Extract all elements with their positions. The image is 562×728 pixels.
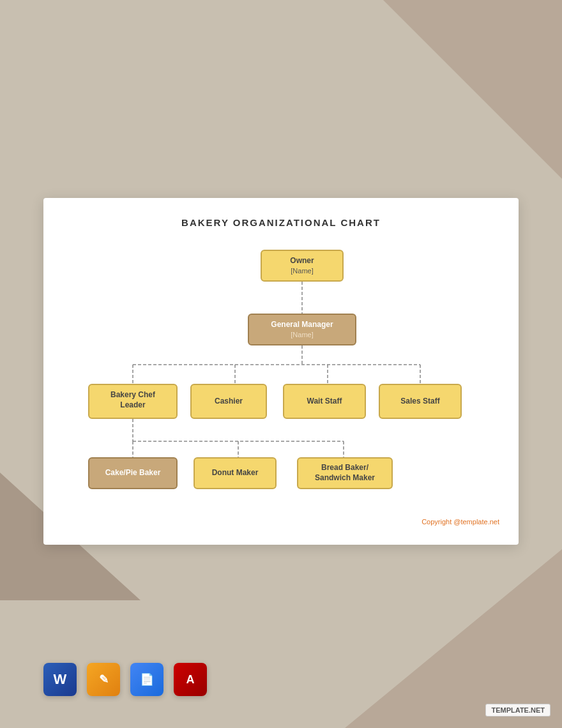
node-bread-baker: Bread Baker/Sandwich Maker	[297, 457, 393, 489]
node-gm-label: General Manager	[255, 320, 349, 330]
main-card: BAKERY ORGANIZATIONAL CHART	[43, 198, 519, 545]
node-donut-maker: Donut Maker	[194, 457, 277, 489]
copyright: Copyright @template.net	[63, 518, 499, 526]
node-cake-baker-label: Cake/Pie Baker	[105, 468, 161, 478]
app-icons-row: W ✎ 📄 A	[43, 663, 207, 696]
copyright-text: Copyright	[422, 518, 453, 526]
docs-icon[interactable]: 📄	[130, 663, 163, 696]
acrobat-icon[interactable]: A	[174, 663, 207, 696]
node-cashier: Cashier	[190, 384, 267, 419]
template-badge-text: TEMPLATE.NET	[491, 706, 545, 714]
docs-icon-label: 📄	[140, 672, 154, 686]
node-owner-sub: [Name]	[268, 266, 336, 275]
word-icon[interactable]: W	[43, 663, 77, 696]
node-owner-label: Owner	[268, 256, 336, 266]
node-general-manager: General Manager [Name]	[248, 314, 356, 345]
chart-title: BAKERY ORGANIZATIONAL CHART	[63, 217, 499, 228]
pages-icon-label: ✎	[99, 672, 109, 686]
node-sales-staff-label: Sales Staff	[400, 397, 439, 407]
node-gm-sub: [Name]	[255, 330, 349, 339]
node-donut-maker-label: Donut Maker	[212, 468, 259, 478]
org-chart: Owner [Name] General Manager [Name] Bake…	[63, 243, 499, 512]
node-wait-staff: Wait Staff	[283, 384, 366, 419]
word-icon-label: W	[54, 671, 67, 688]
node-cake-baker: Cake/Pie Baker	[88, 457, 178, 489]
pages-icon[interactable]: ✎	[87, 663, 120, 696]
node-sales-staff: Sales Staff	[379, 384, 462, 419]
node-bakery-chef-label: Bakery ChefLeader	[96, 390, 170, 410]
node-wait-staff-label: Wait Staff	[307, 397, 342, 407]
node-cashier-label: Cashier	[215, 397, 243, 407]
copyright-link[interactable]: @template.net	[453, 518, 499, 526]
node-bread-baker-label: Bread Baker/Sandwich Maker	[315, 463, 375, 483]
acrobat-icon-label: A	[186, 673, 195, 686]
node-bakery-chef: Bakery ChefLeader	[88, 384, 178, 419]
node-owner: Owner [Name]	[261, 250, 344, 282]
template-badge: TEMPLATE.NET	[485, 704, 551, 717]
